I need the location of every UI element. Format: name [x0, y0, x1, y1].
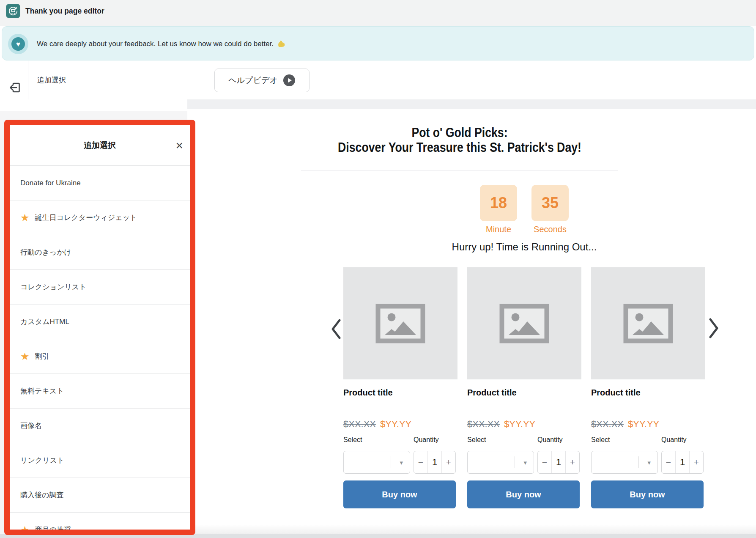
product-card: Product title $XX.XX $YY.YY Select Quant…	[343, 267, 457, 508]
sidebar-item-post-purchase-survey[interactable]: 購入後の調査	[10, 478, 190, 513]
countdown-labels: Minute Seconds	[480, 225, 569, 234]
quantity-value: 1	[551, 451, 566, 473]
sidebar-item-product-recommendation[interactable]: ★ 商品の推奨	[10, 513, 190, 530]
chevron-down-icon: ▾	[400, 459, 403, 466]
select-label: Select	[591, 436, 661, 444]
quantity-decrease-button[interactable]: −	[538, 451, 551, 473]
product-carousel: Product title $XX.XX $YY.YY Select Quant…	[343, 267, 705, 508]
quantity-label: Quantity	[537, 436, 563, 444]
variant-select[interactable]: ▾	[591, 451, 658, 474]
banner-message: We care deeply about your feedback. Let …	[37, 40, 274, 48]
heading-divider	[301, 170, 618, 171]
sidebar-item-label: コレクションリスト	[20, 282, 87, 292]
app-header: Thank you page editor	[0, 0, 756, 26]
sidebar-item-link-list[interactable]: リンクリスト	[10, 443, 190, 478]
cart-app-icon	[6, 4, 20, 18]
sidebar-item-custom-html[interactable]: カスタムHTML	[10, 305, 190, 339]
product-image-placeholder	[591, 267, 705, 379]
carousel-next-arrow[interactable]	[708, 317, 719, 341]
breadcrumb: 追加選択	[37, 60, 66, 99]
old-price: $XX.XX	[591, 419, 624, 430]
sidebar-item-collection-list[interactable]: コレクションリスト	[10, 270, 190, 305]
widget-picker-title: 追加選択	[84, 140, 116, 151]
buy-now-button[interactable]: Buy now	[591, 480, 704, 508]
quantity-label: Quantity	[414, 436, 439, 444]
sidebar-item-label: 行動のきっかけ	[20, 247, 71, 257]
sidebar-item-label: 割引	[35, 351, 49, 361]
canvas-bottom-shadow	[187, 524, 756, 534]
preview-heading-line2: Discover Your Treasure this St. Patrick'…	[323, 140, 596, 155]
heart-icon: ♥	[8, 34, 28, 54]
preview-canvas: Pot o' Gold Picks: Discover Your Treasur…	[187, 109, 756, 534]
sidebar-item-label: カスタムHTML	[20, 317, 69, 327]
editor-toolbar: 追加選択 ヘルプビデオ	[0, 60, 756, 99]
star-icon: ★	[20, 213, 30, 223]
quantity-increase-button[interactable]: +	[690, 451, 703, 473]
preview-heading: Pot o' Gold Picks: Discover Your Treasur…	[323, 125, 596, 155]
sidebar-item-image-name[interactable]: 画像名	[10, 409, 190, 443]
quantity-decrease-button[interactable]: −	[414, 451, 427, 473]
product-card: Product title $XX.XX $YY.YY Select Quant…	[467, 267, 581, 508]
seconds-label: Seconds	[531, 225, 569, 234]
thank-you-page-editor: Thank you page editor ♥ We care deeply a…	[0, 0, 756, 538]
close-icon[interactable]: ×	[175, 139, 183, 152]
widget-picker-panel: 追加選択 × Donate for Ukraine ★ 誕生日コレクターウィジェ…	[4, 120, 195, 535]
quantity-stepper: − 1 +	[661, 451, 704, 474]
buy-now-button[interactable]: Buy now	[467, 480, 580, 508]
old-price: $XX.XX	[343, 419, 376, 430]
variant-select[interactable]: ▾	[343, 451, 410, 474]
product-image-placeholder	[343, 267, 457, 379]
flexed-biceps-emoji	[277, 39, 286, 49]
sale-price: $YY.YY	[504, 419, 535, 430]
sidebar-item-discount[interactable]: ★ 割引	[10, 339, 190, 374]
urgency-text: Hurry up! Time is Running Out...	[343, 241, 705, 253]
sidebar-item-free-text[interactable]: 無料テキスト	[10, 374, 190, 409]
product-title: Product title	[343, 388, 457, 398]
sidebar-item-label: Donate for Ukraine	[20, 179, 81, 187]
sale-price: $YY.YY	[628, 419, 659, 430]
sale-price: $YY.YY	[380, 419, 411, 430]
product-title: Product title	[591, 388, 705, 398]
sidebar-item-donate-for-ukraine[interactable]: Donate for Ukraine	[10, 166, 190, 200]
help-video-button[interactable]: ヘルプビデオ	[214, 69, 310, 92]
heart-glyph: ♥	[16, 41, 20, 48]
buy-now-button[interactable]: Buy now	[343, 480, 456, 508]
play-icon	[283, 74, 296, 87]
quantity-stepper: − 1 +	[414, 451, 456, 474]
variant-select[interactable]: ▾	[467, 451, 534, 474]
feedback-banner: ♥ We care deeply about your feedback. Le…	[2, 26, 754, 60]
quantity-increase-button[interactable]: +	[442, 451, 455, 473]
chevron-down-icon: ▾	[647, 459, 651, 466]
quantity-stepper: − 1 +	[537, 451, 580, 474]
image-placeholder-icon	[375, 304, 425, 343]
quantity-decrease-button[interactable]: −	[662, 451, 675, 473]
widget-list: Donate for Ukraine ★ 誕生日コレクターウィジェット 行動のき…	[10, 166, 190, 530]
sidebar-item-label: 商品の推奨	[35, 525, 71, 530]
back-button[interactable]	[8, 80, 22, 95]
star-icon: ★	[20, 525, 30, 530]
product-title: Product title	[467, 388, 581, 398]
widget-picker-header: 追加選択 ×	[10, 125, 190, 166]
sidebar-item-label: 購入後の調査	[20, 490, 63, 500]
select-label: Select	[343, 436, 414, 444]
sidebar-item-call-to-action[interactable]: 行動のきっかけ	[10, 235, 190, 270]
sidebar-item-label: 無料テキスト	[20, 386, 64, 396]
product-image-placeholder	[467, 267, 581, 379]
help-video-label: ヘルプビデオ	[228, 75, 278, 86]
product-card: Product title $XX.XX $YY.YY Select Quant…	[591, 267, 705, 508]
quantity-label: Quantity	[661, 436, 687, 444]
image-placeholder-icon	[499, 304, 549, 343]
carousel-prev-arrow[interactable]	[331, 318, 342, 342]
countdown-seconds: 35	[531, 185, 569, 221]
toolbar-divider	[28, 60, 28, 99]
canvas-top-strip	[187, 99, 756, 109]
quantity-value: 1	[427, 451, 442, 473]
sidebar-item-birthday-collector-widget[interactable]: ★ 誕生日コレクターウィジェット	[10, 200, 190, 235]
quantity-increase-button[interactable]: +	[566, 451, 579, 473]
select-label: Select	[467, 436, 537, 444]
page-title: Thank you page editor	[25, 0, 104, 22]
quantity-value: 1	[675, 451, 690, 473]
minutes-label: Minute	[480, 225, 517, 234]
star-icon: ★	[20, 351, 30, 362]
image-placeholder-icon	[623, 304, 673, 343]
